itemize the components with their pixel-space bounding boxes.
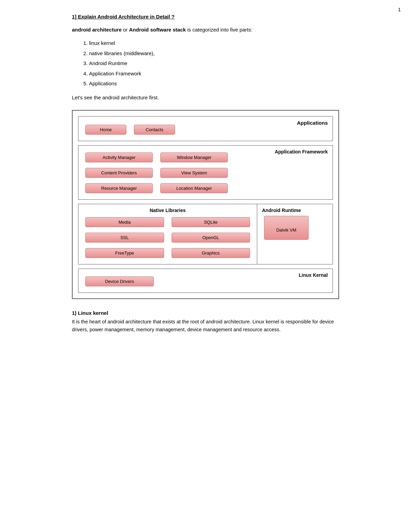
framework-content-providers: Content Providers (85, 168, 153, 178)
runtime-section: Android Runtime Dalvik VM (257, 204, 333, 264)
framework-window-manager: Window Manager (160, 152, 228, 162)
list-item-1: linux kernel (89, 39, 339, 48)
native-section: Native Libraries Media SQLite SSL OpenGL… (78, 204, 257, 264)
framework-location-manager: Location Manager (160, 183, 228, 193)
intro-or: or (122, 27, 129, 33)
intro-bold2: Android software stack (129, 27, 186, 33)
applications-layer: Applications Home Contacts (78, 116, 333, 141)
parts-list: linux kernel native libraries (middlewar… (89, 39, 339, 88)
app-home-box: Home (85, 125, 126, 135)
list-item-4: Application Framework (89, 69, 339, 78)
native-grid: Media SQLite SSL OpenGL FreeType Graphic… (83, 216, 252, 259)
intro-after: is categorized into five parts: (186, 27, 252, 33)
framework-activity-manager: Activity Manager (85, 152, 153, 162)
framework-grid: Activity Manager Window Manager Content … (83, 151, 230, 195)
native-sqlite: SQLite (172, 217, 250, 227)
linux-kernel-layer: Linux Kernal Device Drivers (78, 269, 333, 293)
linux-section-text: It is the heart of android architecture … (72, 318, 339, 334)
native-runtime-layer: Native Libraries Media SQLite SSL OpenGL… (78, 204, 333, 264)
framework-view-system: View System (160, 168, 228, 178)
question-title: 1] Explain Android Architecture in Detai… (72, 14, 339, 20)
applications-layer-label: Applications (297, 120, 328, 126)
framework-layer: Application Framework Activity Manager W… (78, 145, 333, 200)
linux-section-heading: 1) Linux kernel (72, 310, 339, 316)
app-contacts-box: Contacts (134, 125, 175, 135)
linux-items: Device Drivers (83, 275, 328, 288)
native-opengl: OpenGL (172, 233, 250, 243)
native-graphics: Graphics (172, 248, 250, 258)
list-item-3: Android Runtime (89, 59, 339, 68)
framework-layer-label: Application Framework (275, 149, 328, 154)
android-architecture-diagram: Applications Home Contacts Application F… (72, 110, 339, 299)
intro-paragraph: android architecture or Android software… (72, 26, 339, 34)
list-item-5: Applications (89, 79, 339, 88)
dalvik-vm-box: Dalvik VM (264, 216, 309, 240)
native-libraries-label: Native Libraries (83, 208, 252, 213)
apps-boxes: Home Contacts (83, 123, 328, 136)
intro-bold1: android architecture (72, 27, 122, 33)
device-drivers-box: Device Drivers (85, 276, 154, 286)
native-ssl: SSL (85, 233, 164, 243)
native-media: Media (85, 217, 164, 227)
list-item-2: native libraries (middleware), (89, 49, 339, 58)
lets-see-text: Let's see the android architecture first… (72, 94, 339, 102)
framework-resource-manager: Reource Manager (85, 183, 153, 193)
android-runtime-label: Android Runtime (262, 208, 328, 213)
native-freetype: FreeType (85, 248, 164, 258)
linux-kernel-label: Linux Kernal (299, 272, 328, 278)
linux-section: 1) Linux kernel It is the heart of andro… (72, 310, 339, 334)
